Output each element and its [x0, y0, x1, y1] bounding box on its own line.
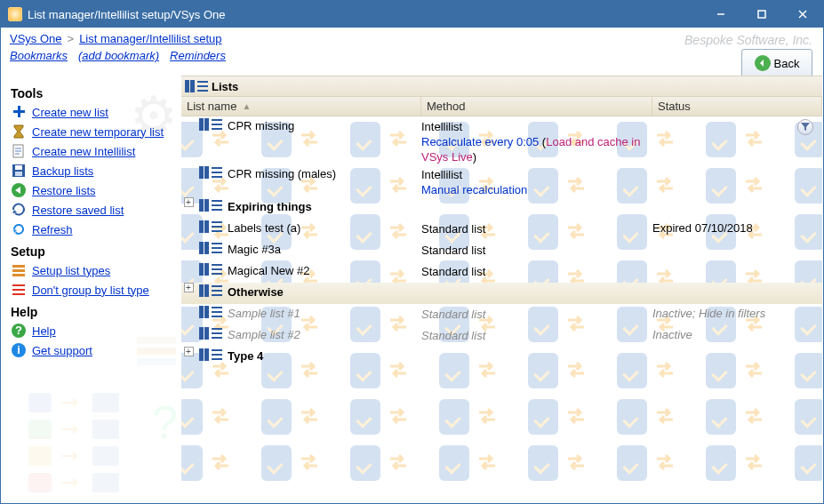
row-method: Standard list [421, 325, 652, 343]
svg-rect-6 [15, 165, 22, 170]
setup-heading: Setup [11, 244, 174, 259]
titlebar: List manager/Intellilist setup/VSys One [1, 1, 823, 28]
panel-title: Lists [212, 80, 238, 93]
svg-rect-49 [199, 263, 204, 276]
svg-rect-10 [137, 348, 176, 355]
svg-text:?: ? [15, 324, 22, 337]
maximize-button[interactable] [741, 1, 782, 28]
svg-rect-40 [204, 220, 209, 233]
close-button[interactable] [782, 1, 823, 28]
svg-rect-64 [199, 327, 204, 340]
add-bookmark-link[interactable]: (add bookmark) [78, 49, 159, 62]
svg-rect-63 [212, 316, 222, 317]
svg-rect-7 [15, 172, 22, 176]
refresh-icon [11, 221, 27, 237]
svg-rect-67 [212, 332, 222, 334]
list-row-icon [196, 304, 228, 323]
group-row[interactable]: +Expiring things [181, 197, 822, 219]
list-row[interactable]: CPR missingIntellilistRecalculate every … [181, 116, 822, 164]
breadcrumb-root[interactable]: VSys One [10, 32, 62, 45]
list-row-icon [196, 283, 228, 301]
row-method: IntellilistManual recalculation [421, 164, 652, 197]
svg-rect-29 [199, 166, 204, 179]
row-method: Standard list [421, 219, 652, 236]
svg-rect-70 [204, 348, 209, 361]
gear-watermark-icon: ⚙ [130, 84, 178, 147]
svg-rect-27 [212, 124, 222, 125]
back-button[interactable]: Back [741, 49, 812, 77]
column-header-method[interactable]: Method [421, 97, 652, 116]
svg-rect-26 [212, 119, 222, 121]
column-header-name[interactable]: List name ▲ [181, 97, 421, 116]
restore-arrow-icon [11, 182, 27, 198]
column-header-status[interactable]: Status [652, 97, 822, 116]
svg-rect-25 [204, 118, 209, 131]
row-status: Expired 07/10/2018 [652, 219, 822, 235]
svg-rect-20 [190, 80, 195, 92]
sidebar-restore-saved-list[interactable]: Restore saved list [11, 200, 174, 220]
filter-icon[interactable] [797, 119, 813, 135]
breadcrumb-current[interactable]: List manager/Intellilist setup [79, 32, 221, 45]
list-types-icon [11, 262, 27, 278]
list-row[interactable]: CPR missing (males)IntellilistManual rec… [181, 164, 822, 197]
plus-icon [11, 104, 27, 120]
list-row[interactable]: Labels test (a)Standard listExpired 07/1… [181, 219, 822, 240]
svg-rect-33 [212, 176, 222, 178]
list-row[interactable]: Sample list #2Standard listInactive [181, 325, 822, 347]
row-name: Otherwise [228, 283, 421, 299]
list-row[interactable]: Magical New #2Standard list [181, 261, 822, 283]
svg-rect-57 [212, 290, 222, 292]
sidebar-backup-lists[interactable]: Backup lists [11, 161, 174, 180]
svg-rect-60 [204, 306, 209, 318]
svg-rect-38 [212, 209, 222, 211]
svg-rect-23 [197, 90, 208, 92]
group-row[interactable]: +Type 4 [181, 347, 822, 368]
svg-rect-54 [199, 284, 204, 297]
sidebar-dont-group-by-list-type[interactable]: Don't group by list type [11, 280, 174, 300]
app-icon [8, 7, 22, 21]
svg-rect-41 [212, 221, 222, 223]
bookmarks-link[interactable]: Bookmarks [10, 49, 68, 62]
hourglass-icon [11, 124, 27, 140]
info-icon: i [11, 342, 27, 358]
svg-rect-21 [197, 81, 208, 83]
svg-rect-44 [199, 242, 204, 254]
svg-rect-24 [199, 118, 204, 131]
tree-expander[interactable]: + [181, 197, 196, 207]
list-rows-container: CPR missingIntellilistRecalculate every … [181, 116, 822, 368]
svg-rect-45 [204, 242, 209, 254]
ungroup-icon [11, 282, 27, 298]
svg-rect-11 [137, 358, 176, 365]
top-links: Bookmarks (add bookmark) Reminders [1, 45, 823, 68]
column-header-row: List name ▲ Method Status [181, 97, 822, 116]
list-row[interactable]: Magic #3aStandard list [181, 240, 822, 261]
minimize-button[interactable] [700, 1, 741, 28]
sidebar: ⚙ Tools Create new list Create new tempo… [2, 76, 181, 502]
tree-expander[interactable]: + [181, 347, 196, 356]
sort-asc-icon: ▲ [242, 101, 251, 111]
restore-saved-icon [11, 202, 27, 218]
row-name: Type 4 [228, 347, 421, 363]
group-row[interactable]: +Otherwise [181, 283, 822, 304]
svg-rect-55 [204, 284, 209, 297]
list-row-icon [196, 116, 228, 135]
list-row[interactable]: Sample list #1Standard listInactive; Hid… [181, 304, 822, 325]
sidebar-refresh[interactable]: Refresh [11, 220, 174, 239]
svg-rect-43 [212, 230, 222, 232]
svg-rect-48 [212, 252, 222, 253]
svg-rect-46 [212, 243, 222, 244]
svg-rect-66 [212, 328, 222, 330]
svg-rect-31 [212, 167, 222, 169]
tree-expander[interactable]: + [181, 283, 196, 292]
breadcrumb-sep: > [68, 32, 75, 45]
svg-rect-14 [12, 274, 25, 276]
lists-header-icon [185, 78, 210, 94]
reminders-link[interactable]: Reminders [170, 49, 226, 62]
sidebar-restore-lists[interactable]: Restore lists [11, 180, 174, 200]
list-row-icon [196, 197, 228, 216]
row-status: Inactive; Hide in filters [652, 304, 822, 320]
svg-rect-69 [199, 348, 204, 361]
sidebar-setup-list-types[interactable]: Setup list types [11, 260, 174, 280]
window-title: List manager/Intellilist setup/VSys One [28, 8, 700, 21]
back-arrow-icon [755, 55, 771, 71]
